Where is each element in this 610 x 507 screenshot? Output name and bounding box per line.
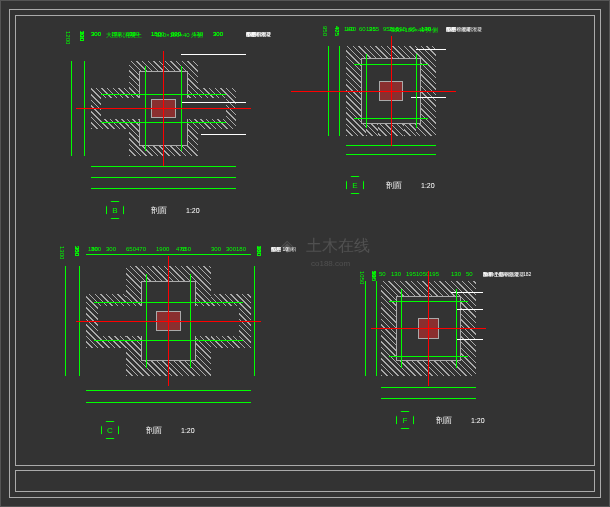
tag-e: E: [346, 176, 364, 194]
dlv-f2: [365, 281, 366, 376]
nl-b-4: [181, 102, 246, 103]
nl-f-3: [456, 339, 483, 340]
d-f-5: 50: [466, 271, 473, 277]
scale-c: 1:20: [181, 427, 195, 434]
title-b: 剖面: [151, 205, 167, 216]
nl-e-0: [416, 49, 446, 50]
title-f: 剖面: [436, 415, 452, 426]
d-c-1: 650: [126, 246, 136, 252]
dl-f1: [381, 387, 476, 388]
drawing-canvas: ◈ 土木在线 co188.com 大面积混凝土 320×100×40 外侧 30…: [0, 0, 610, 507]
dlv-b2: [71, 61, 72, 156]
d-b-1: 130: [111, 31, 121, 37]
n-e-4: 垫层: [446, 26, 456, 32]
n-b-3: 面积: [256, 31, 266, 37]
d-f-4: 130: [451, 271, 461, 277]
d-b-tot: 1800: [151, 31, 164, 37]
dt-c-4: 300: [211, 246, 221, 252]
d-e2-1: 195: [366, 26, 376, 32]
dv-b-tot: 1200: [65, 31, 71, 44]
dl-ct: [86, 254, 251, 255]
dlv-c2: [65, 266, 66, 376]
view-e: 380×100×40 外侧 140 60 215 215 60 140 130 …: [311, 26, 511, 201]
dv-c-tot: 1300: [59, 246, 65, 259]
sq-e: [346, 46, 436, 136]
axis-c-v: [168, 256, 169, 386]
tag-f: F: [396, 411, 414, 429]
dt-c-1: 300: [106, 246, 116, 252]
n-b-6: 垫层: [246, 31, 256, 37]
title-e: 剖面: [386, 180, 402, 191]
dv-c-3: 300: [74, 246, 80, 256]
dt-c-2: 470: [136, 246, 146, 252]
d-b2-1: 600: [126, 31, 136, 37]
tag-c: C: [101, 421, 119, 439]
axis-f-v: [428, 271, 429, 386]
dl-b1: [91, 166, 236, 167]
dt-c-5: 180: [236, 246, 246, 252]
view-c: 180 300 470 470 300 180 300 650 650 300 …: [46, 246, 271, 456]
d-e-1: 60: [359, 26, 366, 32]
d-f-0: 50: [379, 271, 386, 277]
foot-e1: [366, 124, 378, 136]
cross-c: [86, 266, 251, 376]
d-f-1: 130: [391, 271, 401, 277]
d-f-2: 195: [406, 271, 416, 277]
d-e2-0: 130: [346, 26, 356, 32]
dv-cr-4: 180: [256, 246, 262, 256]
view-b: 大面积混凝土 320×100×40 外侧 300 130 320 150 320…: [51, 31, 261, 211]
n-f-4: 垫层: [483, 271, 493, 277]
axis-e-h: [291, 91, 456, 92]
foot-e2: [404, 124, 416, 136]
scale-e: 1:20: [421, 182, 435, 189]
title-block: [15, 470, 595, 492]
dl-c2: [86, 402, 251, 403]
d-c-0: 300: [91, 246, 101, 252]
d-f-3: 195: [429, 271, 439, 277]
d-e2-3: 130: [421, 26, 431, 32]
d-e-4: 60: [409, 26, 416, 32]
dl-e2: [346, 154, 436, 155]
d-c-2: 650: [181, 246, 191, 252]
dl-b3: [91, 188, 236, 189]
dv-e-2: 475: [334, 26, 340, 36]
d-e2-2: 195: [396, 26, 406, 32]
axis-e-v: [391, 36, 392, 146]
title-c: 剖面: [146, 425, 162, 436]
dv-f-4: 50: [371, 271, 377, 278]
scale-b: 1:20: [186, 207, 200, 214]
d-b2-3: 300: [213, 31, 223, 37]
n-f-2: 182: [523, 271, 531, 277]
d-c-tot: 1900: [156, 246, 169, 252]
dl-c1: [86, 390, 251, 391]
nl-b-0: [181, 54, 246, 55]
d-b2-2: 600: [171, 31, 181, 37]
view-f: 50 130 195 195 130 50 1050 130 95 195 50…: [351, 271, 541, 446]
scale-f: 1:20: [471, 417, 485, 424]
d-b2-0: 300: [91, 31, 101, 37]
nl-b-6: [201, 134, 246, 135]
dv-b-4: 300: [79, 31, 85, 41]
dl-b2: [91, 177, 236, 178]
d-e-tot: 950: [383, 26, 393, 32]
cross-b: [91, 61, 236, 156]
n-c-4: 垫层: [271, 246, 281, 252]
dl-f2: [381, 398, 476, 399]
dv-e-tot: 950: [322, 26, 328, 36]
d-c-3: 300: [226, 246, 236, 252]
axis-b-v: [163, 51, 164, 166]
nl-f-1: [456, 309, 483, 310]
sq-f: [381, 281, 476, 376]
d-b-5: 130: [193, 31, 203, 37]
